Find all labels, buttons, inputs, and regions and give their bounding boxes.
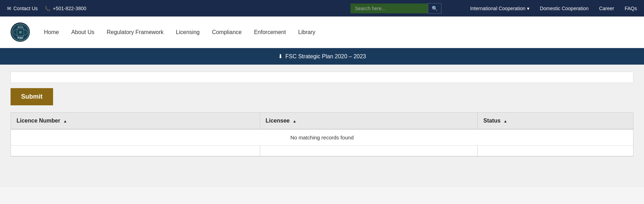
faqs-link[interactable]: FAQs [625,6,637,11]
sort-arrow-status: ▲ [503,119,507,123]
search-area: 🔍 [350,3,456,14]
search-button[interactable]: 🔍 [428,3,442,14]
international-cooperation-link[interactable]: International Cooperation ▾ [470,6,529,11]
email-icon: ✉ [7,6,11,11]
nav-regulatory-framework[interactable]: Regulatory Framework [107,29,164,35]
licence-table: Licence Number ▲ Licensee ▲ Status ▲ No … [11,113,633,156]
sort-arrow-licence: ▲ [63,119,67,123]
content-area: Submit Licence Number ▲ Licensee ▲ Statu… [0,65,644,187]
top-bar-left: ✉ Contact Us 📞 +501-822-3800 [7,6,86,11]
logo-area[interactable]: FSC Belize [11,22,30,42]
svg-text:Belize: Belize [18,26,23,28]
sort-arrow-licensee: ▲ [292,119,296,123]
nav-enforcement[interactable]: Enforcement [254,29,286,35]
col-header-licensee[interactable]: Licensee ▲ [260,113,478,129]
logo-icon: FSC Belize [11,22,30,42]
table-container: Licence Number ▲ Licensee ▲ Status ▲ No … [11,112,633,157]
nav-licensing[interactable]: Licensing [176,29,200,35]
banner[interactable]: ⬇ FSC Strategic Plan 2020 – 2023 [0,48,644,65]
svg-text:FSC: FSC [18,36,23,39]
nav-library[interactable]: Library [298,29,315,35]
no-records-message: No matching records found [11,129,633,146]
nav-bar: FSC Belize Home About Us Regulatory Fram… [0,17,644,48]
submit-button[interactable]: Submit [11,88,53,105]
phone-icon: 📞 [45,6,51,11]
career-link[interactable]: Career [599,6,614,11]
banner-text: FSC Strategic Plan 2020 – 2023 [285,53,366,60]
table-row [11,146,633,156]
domestic-cooperation-link[interactable]: Domestic Cooperation [540,6,589,11]
nav-compliance[interactable]: Compliance [212,29,242,35]
table-row: No matching records found [11,129,633,146]
nav-about-us[interactable]: About Us [71,29,95,35]
main-nav: Home About Us Regulatory Framework Licen… [44,29,315,35]
col-header-status[interactable]: Status ▲ [478,113,633,129]
search-input[interactable] [350,4,428,13]
filter-row [11,72,633,83]
top-bar: ✉ Contact Us 📞 +501-822-3800 🔍 Internati… [0,0,644,17]
phone-link[interactable]: 📞 +501-822-3800 [45,6,86,11]
dropdown-chevron-icon: ▾ [527,6,529,11]
col-header-licence-number[interactable]: Licence Number ▲ [11,113,260,129]
top-bar-right: International Cooperation ▾ Domestic Coo… [470,6,637,11]
table-header-row: Licence Number ▲ Licensee ▲ Status ▲ [11,113,633,129]
svg-point-3 [19,31,22,34]
contact-us-link[interactable]: ✉ Contact Us [7,6,38,11]
download-icon: ⬇ [278,53,283,60]
nav-home[interactable]: Home [44,29,59,35]
